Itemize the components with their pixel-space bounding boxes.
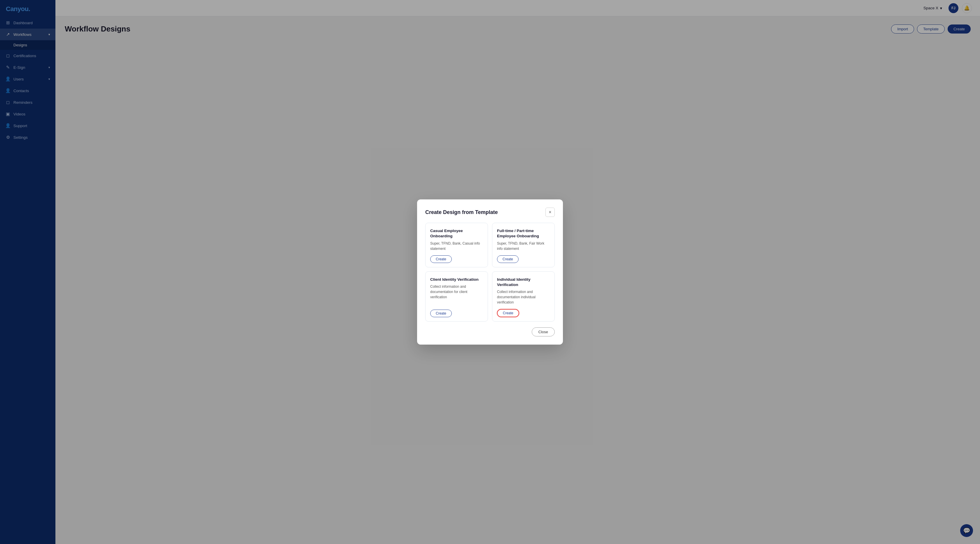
fulltime-onboarding-create-button[interactable]: Create — [497, 255, 519, 263]
modal-close-button[interactable]: × — [546, 208, 555, 217]
template-card-desc: Collect information and documentation in… — [497, 289, 550, 305]
individual-identity-create-button[interactable]: Create — [497, 309, 519, 317]
template-card-fulltime-onboarding: Full-time / Part-time Employee Onboardin… — [492, 223, 555, 267]
modal-title: Create Design from Template — [425, 209, 498, 216]
modal-footer: Close — [425, 327, 555, 336]
modal-overlay[interactable]: Create Design from Template × Casual Emp… — [56, 0, 980, 544]
template-card-client-identity: Client Identity Verification Collect inf… — [425, 271, 488, 322]
template-card-casual-onboarding: Casual Employee Onboarding Super, TFND, … — [425, 223, 488, 267]
template-card-title: Full-time / Part-time Employee Onboardin… — [497, 228, 550, 239]
template-grid: Casual Employee Onboarding Super, TFND, … — [425, 223, 555, 322]
template-card-desc: Collect information and documentation fo… — [430, 284, 483, 306]
template-card-title: Individual Identity Verification — [497, 277, 550, 287]
client-identity-create-button[interactable]: Create — [430, 309, 452, 317]
template-card-desc: Super, TFND, Bank, Casual info statement — [430, 241, 483, 251]
template-card-desc: Super, TFND, Bank, Fair Work info statem… — [497, 241, 550, 251]
casual-onboarding-create-button[interactable]: Create — [430, 255, 452, 263]
main-content: Space X ▾ FJ 🔔 Workflow Designs Import T… — [56, 0, 980, 544]
template-card-individual-identity: Individual Identity Verification Collect… — [492, 271, 555, 322]
modal-header: Create Design from Template × — [425, 208, 555, 217]
template-card-title: Casual Employee Onboarding — [430, 228, 483, 239]
modal-footer-close-button[interactable]: Close — [532, 327, 555, 336]
modal: Create Design from Template × Casual Emp… — [417, 200, 563, 344]
template-card-title: Client Identity Verification — [430, 277, 483, 282]
